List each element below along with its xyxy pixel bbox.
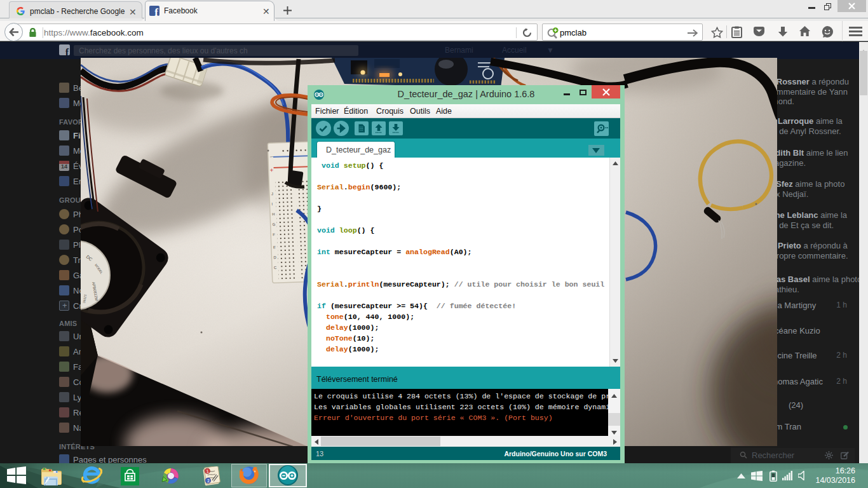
- svg-text:+: +: [269, 166, 273, 173]
- svg-text:J: J: [271, 192, 273, 196]
- svg-text:–: –: [270, 153, 273, 159]
- svg-text:H: H: [272, 212, 275, 216]
- svg-text:G: G: [273, 222, 276, 226]
- svg-text:E: E: [273, 245, 276, 249]
- svg-text:F: F: [273, 233, 275, 236]
